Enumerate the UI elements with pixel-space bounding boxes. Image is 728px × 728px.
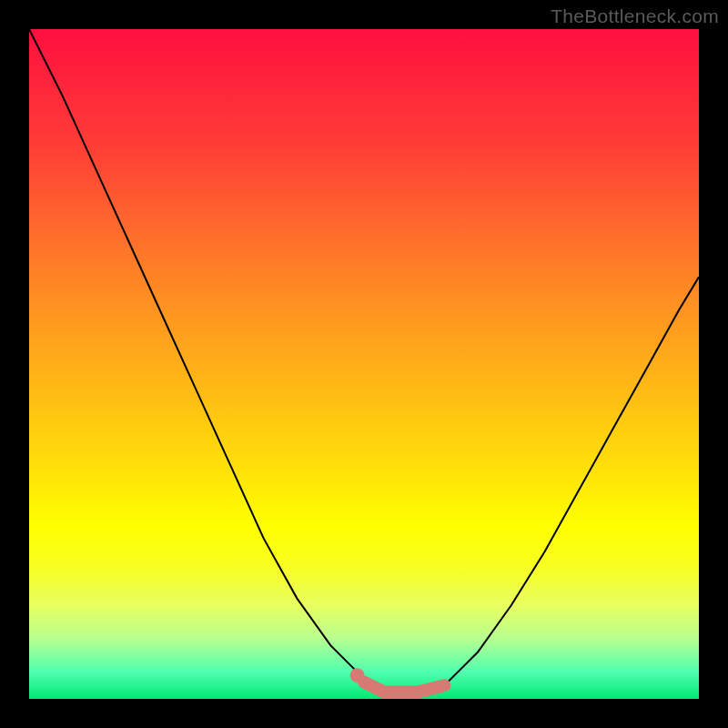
watermark-text: TheBottleneck.com [551, 5, 719, 27]
plot-area [29, 29, 699, 699]
optimal-flat-region [364, 682, 444, 693]
optimal-start-dot [350, 668, 365, 682]
chart-frame: TheBottleneck.com [0, 0, 728, 728]
curve-svg [29, 29, 699, 699]
bottleneck-curve [29, 29, 699, 693]
